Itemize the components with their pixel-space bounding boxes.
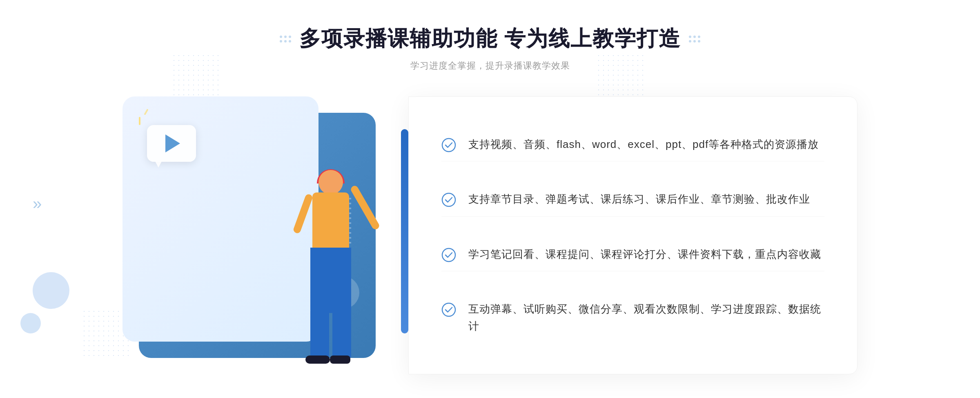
feature-text-3: 学习笔记回看、课程提问、课程评论打分、课件资料下载，重点内容收藏	[468, 246, 821, 263]
page-subtitle: 学习进度全掌握，提升录播课教学效果	[0, 60, 980, 72]
figure-leg-left	[310, 309, 329, 358]
svg-point-0	[442, 139, 455, 152]
feature-text-2: 支持章节目录、弹题考试、课后练习、课后作业、章节测验、批改作业	[468, 191, 810, 208]
blue-vertical-bar	[401, 129, 408, 333]
header-decorators: 多项录播课辅助功能 专为线上教学打造	[0, 25, 980, 53]
header-section: 多项录播课辅助功能 专为线上教学打造 学习进度全掌握，提升录播课教学效果	[0, 25, 980, 72]
header-deco-left	[280, 36, 291, 42]
figure-head	[318, 170, 343, 195]
light-ray-1	[139, 117, 140, 125]
svg-point-2	[442, 248, 455, 262]
figure-arm-right	[350, 185, 381, 231]
feature-item-1: 支持视频、音频、flash、word、excel、ppt、pdf等各种格式的资源…	[441, 128, 824, 162]
svg-point-1	[442, 193, 455, 206]
feature-item-3: 学习笔记回看、课程提问、课程评论打分、课件资料下载，重点内容收藏	[441, 238, 824, 272]
page-title: 多项录播课辅助功能 专为线上教学打造	[299, 25, 681, 53]
main-content: 支持视频、音频、flash、word、excel、ppt、pdf等各种格式的资源…	[122, 96, 858, 374]
light-ray-2	[144, 109, 148, 115]
character-illustration	[270, 162, 384, 374]
feature-item-4: 互动弹幕、试听购买、微信分享、观看次数限制、学习进度跟踪、数据统计	[441, 293, 824, 343]
features-panel: 支持视频、音频、flash、word、excel、ppt、pdf等各种格式的资源…	[408, 96, 858, 374]
feature-text-1: 支持视频、音频、flash、word、excel、ppt、pdf等各种格式的资源…	[468, 136, 819, 153]
svg-point-3	[442, 303, 455, 316]
header-deco-right	[689, 36, 700, 42]
check-icon-1	[441, 138, 456, 152]
check-icon-4	[441, 302, 456, 317]
play-icon-area	[147, 125, 196, 162]
figure-shoe-left	[305, 356, 330, 364]
feature-item-2: 支持章节目录、弹题考试、课后练习、课后作业、章节测验、批改作业	[441, 183, 824, 217]
deco-circle-small	[20, 313, 41, 333]
figure-leg-right	[332, 309, 351, 358]
figure-pants	[310, 248, 351, 313]
check-icon-2	[441, 192, 456, 207]
play-icon	[165, 134, 180, 152]
left-illustration	[122, 96, 400, 374]
figure-arm-left	[292, 193, 313, 234]
play-chat-bubble	[147, 125, 196, 162]
figure-body	[312, 192, 349, 250]
feature-text-4: 互动弹幕、试听购买、微信分享、观看次数限制、学习进度跟踪、数据统计	[468, 301, 824, 335]
page-wrapper: » 多项录播课辅助功能 专为线上教学打造 学习进度全掌握，提升录播课教学效果	[0, 0, 980, 398]
double-chevron-icon: »	[33, 195, 42, 212]
deco-circle-large	[33, 272, 69, 309]
figure-shoe-right	[330, 356, 350, 364]
check-icon-3	[441, 248, 456, 262]
